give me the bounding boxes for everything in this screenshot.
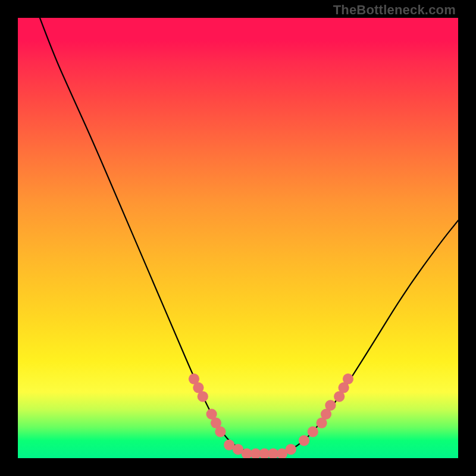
marker-dot — [286, 444, 296, 455]
bottleneck-curve — [40, 18, 458, 454]
marker-dot — [308, 427, 318, 437]
plot-area — [18, 18, 458, 458]
marker-dot — [343, 374, 353, 384]
watermark-text: TheBottleneck.com — [333, 2, 456, 18]
marker-group — [189, 374, 353, 458]
marker-dot — [299, 435, 309, 446]
curve-svg — [18, 18, 458, 458]
marker-dot — [325, 400, 336, 411]
chart-stage: TheBottleneck.com — [0, 0, 476, 476]
marker-dot — [215, 427, 226, 437]
marker-dot — [198, 391, 208, 402]
